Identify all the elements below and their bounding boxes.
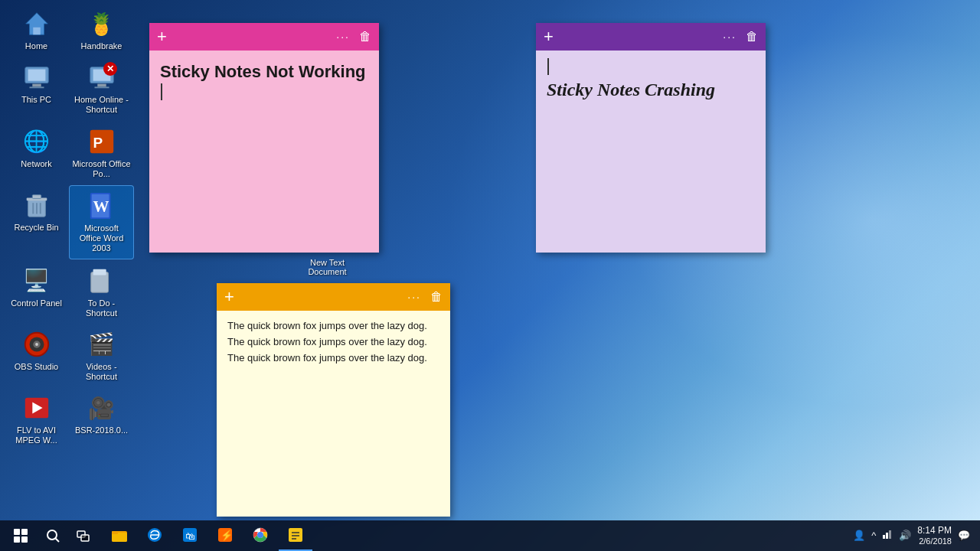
desktop-icon-bsr[interactable]: 🎥 BSR-2018.0... (69, 388, 134, 450)
tray-volume-icon[interactable]: 🔊 (899, 530, 911, 541)
desktop-icon-network-label: Network (21, 159, 51, 169)
svg-rect-8 (97, 84, 106, 87)
svg-text:P: P (93, 134, 103, 150)
desktop-icon-network[interactable]: 🌐 Network (4, 122, 69, 184)
sticky-note-yellow-add-btn[interactable]: + (224, 289, 234, 305)
svg-rect-5 (29, 87, 44, 89)
svg-text:🛍: 🛍 (185, 530, 195, 542)
sticky-note-pink-more-btn[interactable]: ··· (336, 31, 350, 43)
desktop-icon-ms-word[interactable]: W Microsoft Office Word 2003 (69, 185, 134, 259)
tray-notification-icon[interactable]: 💬 (958, 530, 970, 541)
sticky-note-yellow-more-btn[interactable]: ··· (407, 291, 421, 303)
edge-icon (146, 527, 163, 543)
taskbar-edge[interactable] (138, 520, 172, 551)
system-clock[interactable]: 8:14 PM 2/6/2018 (917, 525, 952, 546)
desktop-icon-flv-mpeg-label: FLV to AVI MPEG W... (7, 425, 66, 445)
svg-rect-48 (883, 535, 885, 539)
desktop-icon-videos[interactable]: 🎬 Videos - Shortcut (69, 324, 134, 386)
sticky-note-purple-add-btn[interactable]: + (544, 28, 554, 45)
desktop-icon-this-pc-label: This PC (21, 95, 51, 105)
taskbar: 🛍 ⚡ (0, 520, 980, 551)
desktop-icon-home-online-label: Home Online - Shortcut (72, 95, 131, 115)
desktop-icon-home-label: Home (25, 41, 47, 51)
svg-rect-21 (90, 272, 108, 292)
desktop-icon-flv-mpeg[interactable]: FLV to AVI MPEG W... (4, 388, 69, 450)
desktop-icon-ms-word-label: Microsoft Office Word 2003 (73, 223, 130, 254)
svg-rect-14 (32, 195, 41, 199)
tray-network-icon[interactable] (882, 529, 893, 542)
desktop-icon-this-pc[interactable]: This PC (4, 57, 69, 119)
taskbar-chrome[interactable] (243, 520, 277, 551)
taskbar-file-explorer[interactable] (103, 520, 136, 551)
sticky-note-pink-add-btn[interactable]: + (157, 28, 167, 45)
svg-point-43 (258, 533, 263, 537)
sticky-note-purple-delete-btn[interactable]: 🗑 (746, 30, 758, 44)
desktop-icon-to-do[interactable]: To Do - Shortcut (69, 261, 134, 323)
desktop-icon-obs-studio[interactable]: OBS Studio (4, 324, 69, 386)
svg-text:W: W (93, 197, 109, 216)
flashpoint-icon: ⚡ (217, 527, 234, 543)
svg-rect-32 (81, 535, 89, 541)
sticky-note-purple-more-btn[interactable]: ··· (723, 31, 737, 43)
chrome-icon (252, 527, 269, 543)
sticky-note-purple-body[interactable]: Sticky Notes Crashing (536, 51, 766, 253)
desktop-icon-handbrake-label: Handbrake (81, 41, 122, 51)
desktop-icon-control-panel[interactable]: 🖥️ Control Panel (4, 261, 69, 323)
taskbar-flashpoint[interactable]: ⚡ (208, 520, 242, 551)
svg-point-26 (35, 343, 38, 346)
tray-chevron-icon[interactable]: ^ (871, 530, 876, 541)
taskbar-store[interactable]: 🛍 (173, 520, 207, 551)
svg-rect-4 (32, 84, 41, 87)
sticky-note-purple-title: Sticky Notes Crashing (547, 80, 755, 100)
desktop-icon-ms-office-po[interactable]: P Microsoft Office Po... (69, 122, 134, 184)
desktop-icon-recycle-bin-label: Recycle Bin (14, 223, 58, 233)
search-button[interactable] (38, 520, 68, 551)
clock-time: 8:14 PM (917, 525, 952, 536)
desktop-icon-to-do-label: To Do - Shortcut (72, 298, 131, 318)
sticky-note-yellow-delete-btn[interactable]: 🗑 (430, 290, 443, 304)
desktop-icon-ms-office-po-label: Microsoft Office Po... (72, 159, 131, 179)
sticky-notes-icon (287, 527, 304, 543)
task-view-icon (77, 529, 90, 543)
sticky-note-purple-header: + ··· 🗑 (536, 23, 766, 51)
taskbar-sticky-notes[interactable] (279, 520, 312, 551)
svg-rect-22 (93, 269, 106, 275)
svg-rect-9 (94, 87, 109, 89)
sticky-note-purple[interactable]: + ··· 🗑 Sticky Notes Crashing (536, 23, 766, 253)
cursor-pink (161, 83, 162, 100)
desktop-icon-recycle-bin[interactable]: Recycle Bin (4, 185, 69, 259)
sticky-note-pink-body[interactable]: Sticky Notes Not Working (149, 51, 379, 253)
desktop-icon-videos-label: Videos - Shortcut (72, 362, 131, 382)
sticky-note-yellow-body[interactable]: The quick brown fox jumps over the lazy … (217, 311, 450, 517)
task-view-button[interactable] (68, 520, 99, 551)
desktop-icon-bsr-label: BSR-2018.0... (75, 425, 128, 435)
start-button[interactable] (4, 520, 38, 551)
sticky-note-yellow[interactable]: + ··· 🗑 The quick brown fox jumps over t… (217, 283, 450, 517)
svg-line-30 (55, 538, 59, 542)
sticky-note-pink-delete-btn[interactable]: 🗑 (359, 30, 371, 44)
desktop-icon-handbrake[interactable]: 🍍 Handbrake (69, 4, 134, 56)
svg-rect-35 (112, 531, 118, 534)
clock-date: 2/6/2018 (917, 536, 952, 546)
desktop-icon-obs-studio-label: OBS Studio (15, 362, 58, 372)
search-icon (46, 529, 60, 543)
new-text-document-label: New Text Document (302, 258, 352, 276)
windows-logo-icon (14, 529, 28, 543)
desktop-icon-home[interactable]: Home (4, 4, 69, 56)
svg-rect-1 (33, 28, 41, 35)
desktop-icons-grid: Home 🍍 Handbrake This PC (4, 4, 134, 452)
tray-people-icon[interactable]: 👤 (853, 530, 865, 541)
file-explorer-icon (111, 527, 128, 543)
desktop-icon-home-online[interactable]: ✕ Home Online - Shortcut (69, 57, 134, 119)
taskbar-apps: 🛍 ⚡ (103, 520, 312, 551)
sticky-note-pink-header: + ··· 🗑 (149, 23, 379, 51)
sticky-note-yellow-header: + ··· 🗑 (217, 283, 450, 311)
svg-rect-49 (886, 533, 888, 539)
sticky-note-pink[interactable]: + ··· 🗑 Sticky Notes Not Working (149, 23, 379, 253)
sticky-note-yellow-text: The quick brown fox jumps over the lazy … (227, 318, 439, 366)
cursor-purple (547, 58, 549, 75)
svg-rect-3 (28, 70, 45, 81)
desktop: Home 🍍 Handbrake This PC (0, 0, 980, 551)
svg-rect-50 (889, 530, 891, 539)
svg-rect-44 (289, 528, 302, 542)
